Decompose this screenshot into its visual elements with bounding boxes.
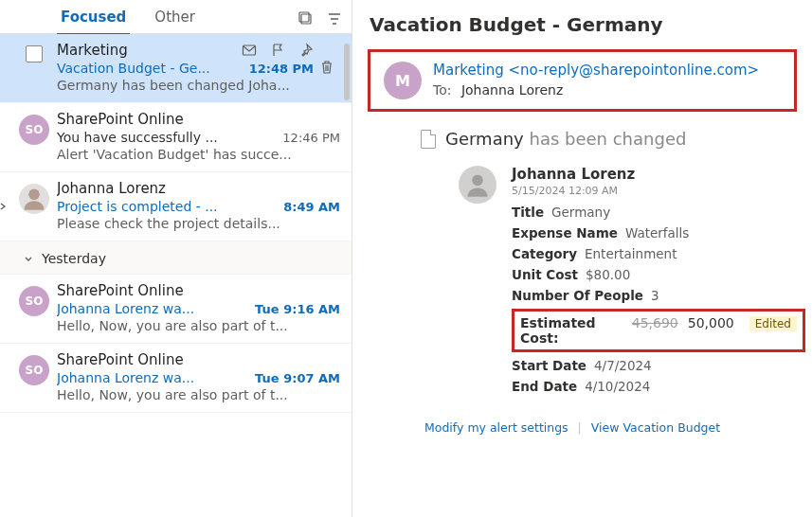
field-label-category: Category <box>512 246 577 261</box>
message-item[interactable]: Marketing Vacation Budget - Ge... 12:48 … <box>0 34 352 103</box>
field-value-title: Germany <box>551 205 610 220</box>
change-author: Johanna Lorenz <box>512 166 797 183</box>
field-label-unitcost: Unit Cost <box>512 267 578 282</box>
avatar: SO <box>19 115 49 145</box>
alert-footer-links: Modify my alert settings | View Vacation… <box>424 420 797 435</box>
date-section-header[interactable]: Yesterday <box>0 241 352 275</box>
doc-changed-text: has been changed <box>529 129 686 149</box>
reading-pane: Vacation Budget - Germany M Marketing <n… <box>352 0 812 517</box>
field-label-end: End Date <box>512 379 577 394</box>
message-subject: You have successfully ... <box>57 130 275 145</box>
message-time: 8:49 AM <box>283 200 340 214</box>
estcost-old: 45,690 <box>632 315 678 330</box>
chevron-down-icon <box>23 253 34 264</box>
from-line[interactable]: Marketing <no-reply@sharepointonline.com… <box>433 62 759 79</box>
field-value-end: 4/10/2024 <box>585 379 650 394</box>
message-header-card: M Marketing <no-reply@sharepointonline.c… <box>368 49 797 112</box>
inbox-tabs: Focused Other <box>0 0 352 34</box>
field-label-expense: Expense Name <box>512 225 618 241</box>
reading-title: Vacation Budget - Germany <box>370 13 797 36</box>
field-value-expense: Waterfalls <box>625 225 689 241</box>
svg-point-3 <box>28 189 40 201</box>
multiselect-icon[interactable] <box>298 11 314 27</box>
thread-expand-icon[interactable] <box>0 202 8 211</box>
pin-icon[interactable] <box>298 43 314 58</box>
estimated-cost-row: Estimated Cost: 45,690 50,000 Edited <box>512 309 805 352</box>
tab-other[interactable]: Other <box>151 3 199 35</box>
message-list: Marketing Vacation Budget - Ge... 12:48 … <box>0 34 352 517</box>
doc-name: Germany <box>445 129 524 149</box>
field-value-people: 3 <box>651 288 659 303</box>
message-list-pane: Focused Other Marketing <box>0 0 352 517</box>
change-timestamp: 5/15/2024 12:09 AM <box>512 185 797 197</box>
message-sender: SharePoint Online <box>57 351 340 368</box>
edited-badge: Edited <box>749 316 797 331</box>
date-section-label: Yesterday <box>42 251 106 266</box>
to-label: To: <box>433 82 451 98</box>
message-preview: Please check the project details... <box>57 216 340 231</box>
avatar: SO <box>19 355 49 385</box>
modify-alert-link[interactable]: Modify my alert settings <box>424 420 568 435</box>
field-label-estcost: Estimated Cost: <box>520 315 619 346</box>
field-value-unitcost: $80.00 <box>586 267 630 282</box>
message-sender: Johanna Lorenz <box>57 180 340 197</box>
view-item-link[interactable]: View Vacation Budget <box>591 420 720 435</box>
doc-title-row: Germany has been changed <box>421 129 797 149</box>
document-icon <box>421 130 436 149</box>
message-item[interactable]: SO SharePoint Online Johanna Lorenz wa..… <box>0 275 352 344</box>
message-item[interactable]: SO SharePoint Online You have successful… <box>0 103 352 172</box>
footer-separator: | <box>578 420 582 435</box>
message-time: Tue 9:07 AM <box>255 371 340 385</box>
from-name: Marketing <box>433 62 504 79</box>
field-value-start: 4/7/2024 <box>594 358 652 373</box>
message-item[interactable]: SO SharePoint Online Johanna Lorenz wa..… <box>0 344 352 413</box>
message-time: 12:46 PM <box>282 131 340 145</box>
select-checkbox[interactable] <box>26 45 43 62</box>
avatar: SO <box>19 286 49 316</box>
field-label-title: Title <box>512 205 544 220</box>
message-preview: Hello, Now, you are also part of t... <box>57 387 340 402</box>
field-value-category: Entertainment <box>585 246 677 261</box>
message-sender: Marketing <box>57 42 236 59</box>
svg-point-4 <box>472 175 483 187</box>
estcost-new: 50,000 <box>688 315 734 330</box>
message-sender: SharePoint Online <box>57 111 340 128</box>
change-block: Johanna Lorenz 5/15/2024 12:09 AM TitleG… <box>459 166 797 400</box>
message-preview: Alert 'Vacation Budget' has succe... <box>57 147 340 162</box>
from-email: <no-reply@sharepointonline.com> <box>509 62 760 79</box>
message-item[interactable]: Johanna Lorenz Project is completed - ..… <box>0 172 352 241</box>
to-name: Johanna Lorenz <box>461 82 563 98</box>
tab-focused[interactable]: Focused <box>57 3 130 35</box>
message-subject: Johanna Lorenz wa... <box>57 370 247 385</box>
filter-icon[interactable] <box>327 11 342 27</box>
message-time: Tue 9:16 AM <box>255 302 340 316</box>
field-label-start: Start Date <box>512 358 586 373</box>
scrollbar[interactable] <box>344 44 350 100</box>
mark-read-icon[interactable] <box>242 43 257 58</box>
sender-avatar: M <box>384 62 422 99</box>
avatar <box>19 184 49 214</box>
delete-icon[interactable] <box>319 60 334 75</box>
message-time: 12:48 PM <box>249 62 314 76</box>
message-preview: Hello, Now, you are also part of t... <box>57 318 340 333</box>
message-sender: SharePoint Online <box>57 282 340 299</box>
flag-icon[interactable] <box>270 43 285 58</box>
field-label-people: Number Of People <box>512 288 643 303</box>
person-avatar <box>459 166 496 204</box>
message-preview: Germany has been changed Joha... <box>57 78 314 93</box>
message-subject: Johanna Lorenz wa... <box>57 301 247 316</box>
message-subject: Vacation Budget - Ge... <box>57 61 242 76</box>
message-subject: Project is completed - ... <box>57 199 276 214</box>
to-line: To: Johanna Lorenz <box>433 82 759 98</box>
